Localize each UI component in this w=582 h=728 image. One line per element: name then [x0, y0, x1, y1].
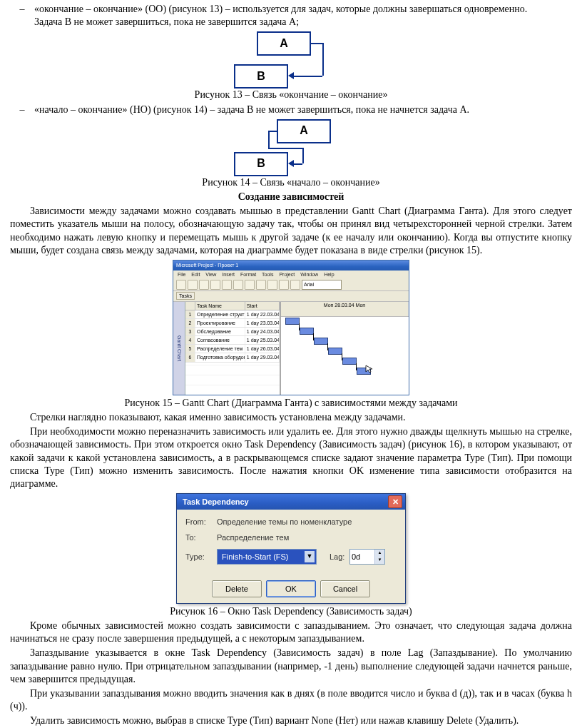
link-line [294, 163, 302, 165]
paragraph: Запаздывание указывается в окне Task Dep… [10, 647, 572, 686]
text: «начало – окончание» (НО) (рисунок 14) –… [34, 103, 572, 116]
table-row[interactable]: 6Подготовка оборудования1 day 29.03.04 M… [185, 353, 280, 362]
task-table[interactable]: Task Name Start 1Определение структуры1 … [185, 302, 281, 395]
tool-button[interactable] [279, 280, 289, 290]
menu-item[interactable]: Format [240, 271, 256, 278]
tool-button[interactable] [256, 280, 266, 290]
menu-item[interactable]: File [178, 271, 185, 278]
menu-item[interactable]: Help [324, 271, 334, 278]
app-title: Microsoft Project - Проект 1 [176, 262, 238, 268]
view-bar[interactable]: Gantt Chart [173, 302, 185, 395]
figure-13: A B Рисунок 13 – Связь «окончание – окон… [10, 31, 572, 101]
table-row[interactable]: 5Распределение тем1 day 26.03.04 Fri [185, 345, 280, 353]
tool-button[interactable] [267, 280, 277, 290]
gantt-link [299, 323, 300, 330]
tool-button[interactable] [188, 280, 198, 290]
table-row[interactable]: 3Обследование1 day 24.03.04 Wed [185, 328, 280, 336]
gantt-chart[interactable]: Mon 28.03.04 Mon [281, 302, 409, 395]
tab[interactable]: Tasks [176, 292, 195, 300]
task-dependency-dialog: Task Dependency ✕ From: Определение темы… [176, 493, 406, 604]
dash-icon: – [10, 103, 34, 116]
spin-down-icon[interactable]: ▼ [375, 557, 384, 564]
menu-item[interactable]: Insert [222, 271, 235, 278]
link-line [268, 131, 270, 148]
gantt-link [313, 333, 314, 340]
gantt-link [356, 363, 357, 370]
tool-button[interactable] [245, 280, 255, 290]
menubar[interactable]: File Edit View Insert Format Tools Proje… [173, 271, 409, 279]
link-line [302, 148, 304, 163]
spin-up-icon[interactable]: ▲ [375, 550, 384, 557]
empty-rows [185, 363, 280, 395]
dash-icon: – [10, 3, 34, 29]
lag-input[interactable]: ▲▼ [349, 549, 385, 565]
gantt-bar[interactable] [328, 348, 342, 355]
from-value: Определение темы по номенклатуре [217, 517, 352, 527]
table-header: Task Name Start [185, 302, 280, 310]
table-row[interactable]: 1Определение структуры1 day 22.03.04 Mon [185, 310, 280, 319]
delete-button[interactable]: Delete [212, 580, 262, 597]
gantt-bar[interactable] [285, 318, 300, 325]
tool-button[interactable] [176, 280, 186, 290]
col-num [185, 302, 195, 310]
figure-caption: Рисунок 15 – Gantt Chart (Диаграмма Гант… [124, 397, 457, 410]
figure-15: Microsoft Project - Проект 1 File Edit V… [10, 260, 572, 410]
tool-button[interactable] [210, 280, 220, 290]
figure-caption: Рисунок 13 – Связь «окончание – окончани… [195, 89, 388, 101]
task-b-box: B [234, 152, 288, 176]
spinner[interactable]: ▲▼ [374, 550, 384, 564]
toolbar[interactable]: Arial [173, 279, 409, 291]
arrow-icon [288, 160, 294, 167]
arrow-icon [288, 72, 294, 79]
list-item-so: – «начало – окончание» (НО) (рисунок 14)… [10, 103, 572, 116]
tool-button[interactable] [233, 280, 243, 290]
tool-button[interactable] [199, 280, 209, 290]
menu-item[interactable]: View [205, 271, 216, 278]
col-name: Task Name [195, 302, 245, 310]
lag-label: Lag: [330, 552, 349, 562]
figure-14: A B Рисунок 14 – Связь «начало – окончан… [10, 119, 572, 189]
cancel-button[interactable]: Cancel [320, 580, 370, 597]
oo-diagram: A B [234, 31, 348, 87]
gantt-link [327, 343, 328, 350]
paragraph: Удалить зависимость можно, выбрав в спис… [10, 714, 572, 727]
menu-item[interactable]: Project [279, 271, 295, 278]
cursor-icon [365, 365, 374, 373]
tool-button[interactable] [222, 280, 232, 290]
list-item-oo: – «окончание – окончание» (ОО) (рисунок … [10, 3, 572, 29]
sf-diagram: A B [234, 119, 348, 175]
menu-item[interactable]: Edit [191, 271, 200, 278]
paragraph: Кроме обычных зависимостей можно создать… [10, 620, 572, 645]
timescale-label: Mon 28.03.04 Mon [281, 302, 409, 316]
tool-button[interactable] [290, 280, 300, 290]
timescale: Mon 28.03.04 Mon [281, 302, 409, 317]
link-line [322, 43, 324, 76]
figure-16: Task Dependency ✕ From: Определение темы… [10, 493, 572, 618]
task-b-box: B [234, 64, 288, 89]
figure-caption: Рисунок 14 – Связь «начало – окончание» [202, 176, 379, 189]
msproject-window: Microsoft Project - Проект 1 File Edit V… [173, 260, 409, 395]
gantt-bar[interactable] [342, 358, 357, 365]
menu-item[interactable]: Tools [262, 271, 273, 278]
gantt-bar[interactable] [314, 338, 328, 345]
link-line [310, 43, 322, 44]
type-select[interactable]: Finish-to-Start (FS) ▼ [217, 549, 317, 565]
lag-field[interactable] [350, 552, 374, 562]
paragraph: При необходимости можно переназначить за… [10, 425, 572, 490]
text: «окончание – окончание» (ОО) (рисунок 13… [34, 4, 527, 14]
dialog-title: Task Dependency [183, 497, 249, 507]
ok-button[interactable]: OK [266, 580, 316, 597]
type-label: Type: [185, 552, 217, 562]
dialog-titlebar: Task Dependency ✕ [177, 494, 405, 510]
paragraph: Стрелки наглядно показывают, какая именн… [10, 411, 572, 424]
font-select[interactable]: Arial [302, 280, 342, 290]
table-row[interactable]: 4Согласование1 day 25.03.04 Thu [185, 336, 280, 345]
text: Задача B не может завершиться, пока не з… [34, 16, 299, 27]
close-button[interactable]: ✕ [388, 495, 402, 508]
menu-item[interactable]: Window [300, 271, 318, 278]
link-line [294, 76, 322, 77]
gantt-bar[interactable] [300, 328, 314, 335]
figure-caption: Рисунок 16 – Окно Task Dependency (Завис… [170, 605, 412, 618]
table-row[interactable]: 2Проектирование1 day 23.03.04 Tue [185, 319, 280, 328]
col-start: Start [245, 302, 280, 310]
